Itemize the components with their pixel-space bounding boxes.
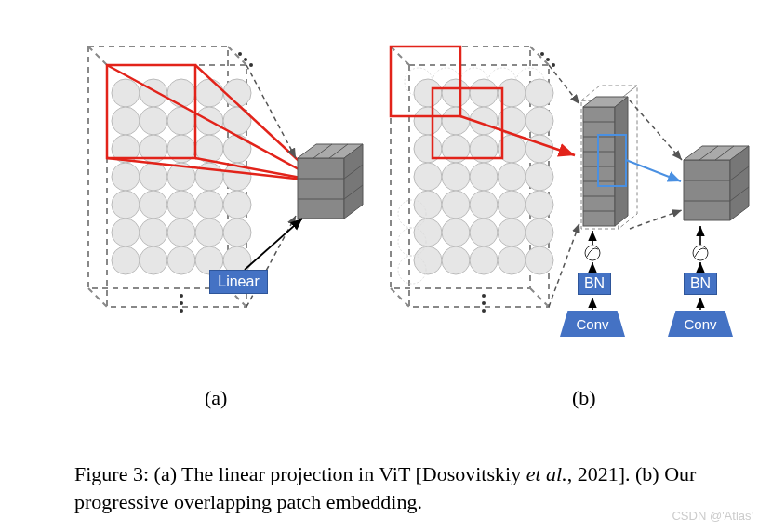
svg-point-109 xyxy=(526,246,553,274)
sublabel-b: (b) xyxy=(572,386,596,410)
svg-point-99 xyxy=(526,191,553,219)
svg-point-116 xyxy=(540,52,544,56)
svg-point-91 xyxy=(442,163,470,191)
svg-point-94 xyxy=(526,163,553,191)
svg-line-67 xyxy=(530,47,549,65)
svg-line-68 xyxy=(530,288,549,307)
svg-point-104 xyxy=(526,219,553,246)
svg-point-157 xyxy=(693,246,708,260)
svg-point-77 xyxy=(470,79,498,107)
svg-point-107 xyxy=(470,246,498,274)
svg-point-118 xyxy=(552,63,555,67)
svg-point-117 xyxy=(546,58,550,61)
svg-point-102 xyxy=(470,219,498,246)
svg-point-105 xyxy=(414,246,442,274)
panel-b-svg xyxy=(0,0,772,419)
sublabel-a: (a) xyxy=(205,386,227,410)
caption-italic: et al. xyxy=(526,462,567,485)
svg-point-84 xyxy=(526,107,553,135)
svg-line-66 xyxy=(391,47,409,65)
svg-point-114 xyxy=(482,301,486,305)
svg-point-96 xyxy=(442,191,470,219)
svg-point-79 xyxy=(526,79,553,107)
caption-prefix: Figure 3: (a) The linear projection in V… xyxy=(74,462,526,485)
svg-point-81 xyxy=(442,107,470,135)
svg-point-103 xyxy=(498,219,526,246)
bn-label-1: BN xyxy=(578,273,611,295)
svg-point-113 xyxy=(482,294,486,298)
svg-point-98 xyxy=(498,191,526,219)
svg-point-75 xyxy=(414,79,442,107)
svg-point-93 xyxy=(498,163,526,191)
diagram-area: Linear xyxy=(0,0,772,419)
svg-point-92 xyxy=(470,163,498,191)
svg-point-100 xyxy=(414,219,442,246)
svg-point-90 xyxy=(414,163,442,191)
figure-caption: Figure 3: (a) The linear projection in V… xyxy=(74,460,707,515)
svg-point-101 xyxy=(442,219,470,246)
svg-line-69 xyxy=(391,288,409,307)
svg-point-115 xyxy=(482,309,486,313)
bn-label-2: BN xyxy=(684,273,717,295)
svg-line-138 xyxy=(626,160,681,181)
svg-point-106 xyxy=(442,246,470,274)
svg-point-153 xyxy=(585,246,600,260)
svg-point-76 xyxy=(442,79,470,107)
svg-point-97 xyxy=(470,191,498,219)
svg-marker-141 xyxy=(684,160,730,220)
svg-point-95 xyxy=(414,191,442,219)
svg-point-108 xyxy=(498,246,526,274)
conv-label-2: Conv xyxy=(668,311,733,337)
svg-line-122 xyxy=(549,65,579,104)
conv-label-1: Conv xyxy=(560,311,625,337)
watermark: CSDN @'Atlas' xyxy=(672,509,753,523)
svg-point-80 xyxy=(414,107,442,135)
